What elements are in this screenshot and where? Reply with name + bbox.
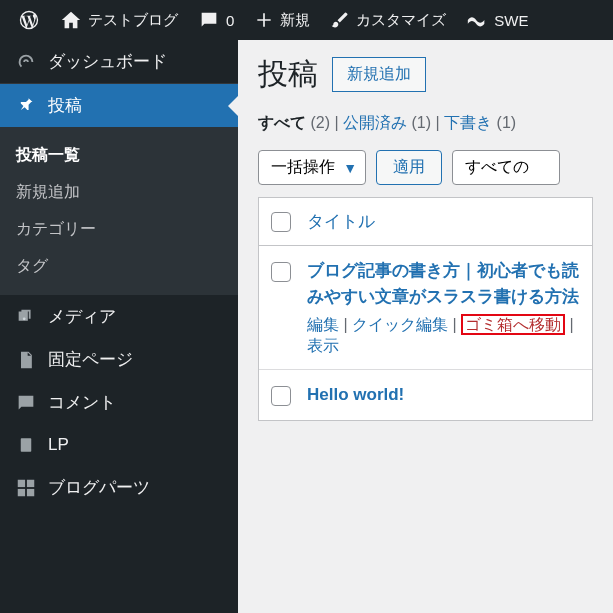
swe-link[interactable]: SWE xyxy=(456,0,538,40)
document-icon xyxy=(14,434,38,456)
row-checkbox[interactable] xyxy=(271,262,291,282)
submenu-categories[interactable]: カテゴリー xyxy=(0,211,238,248)
svg-rect-3 xyxy=(27,479,34,486)
pin-icon xyxy=(14,95,38,117)
wordpress-icon xyxy=(18,9,40,31)
page-title: 投稿 xyxy=(258,54,318,95)
filter-sep: | xyxy=(436,114,445,131)
media-icon xyxy=(14,306,38,328)
admin-bar: テストブログ 0 新規 カスタマイズ SWE xyxy=(0,0,613,40)
action-edit[interactable]: 編集 xyxy=(307,316,339,333)
filter-sep: | xyxy=(334,114,343,131)
table-row: Hello world! xyxy=(259,370,592,420)
status-filters: すべて (2) | 公開済み (1) | 下書き (1) xyxy=(258,113,593,134)
action-sep: | xyxy=(343,316,352,333)
menu-lp[interactable]: LP xyxy=(0,424,238,466)
swell-icon xyxy=(466,9,488,31)
home-icon xyxy=(60,9,82,31)
action-sep: | xyxy=(570,316,574,333)
swe-label: SWE xyxy=(494,12,528,29)
comments-link[interactable]: 0 xyxy=(188,0,244,40)
menu-media-label: メディア xyxy=(48,305,116,328)
submenu-add-new[interactable]: 新規追加 xyxy=(0,174,238,211)
filter-published[interactable]: 公開済み xyxy=(343,114,407,131)
bulk-action-select[interactable]: 一括操作 ▼ xyxy=(258,150,366,185)
brush-icon xyxy=(330,10,350,30)
row-actions: 編集 | クイック編集 | ゴミ箱へ移動 | 表示 xyxy=(307,315,580,357)
action-view[interactable]: 表示 xyxy=(307,337,339,354)
category-filter-value: すべての xyxy=(465,157,529,178)
menu-comments[interactable]: コメント xyxy=(0,381,238,424)
select-all-checkbox[interactable] xyxy=(271,212,291,232)
table-header: タイトル xyxy=(259,198,592,246)
comments-count: 0 xyxy=(226,12,234,29)
menu-pages[interactable]: 固定ページ xyxy=(0,338,238,381)
menu-comments-label: コメント xyxy=(48,391,116,414)
site-home-link[interactable]: テストブログ xyxy=(50,0,188,40)
admin-sidebar: ダッシュボード 投稿 投稿一覧 新規追加 カテゴリー タグ メディア 固定ページ… xyxy=(0,40,238,613)
svg-rect-5 xyxy=(27,488,34,495)
action-quick-edit[interactable]: クイック編集 xyxy=(352,316,448,333)
bulk-controls: 一括操作 ▼ 適用 すべての xyxy=(258,150,593,185)
svg-rect-4 xyxy=(18,488,25,495)
gauge-icon xyxy=(14,51,38,73)
grid-icon xyxy=(14,477,38,499)
chevron-down-icon: ▼ xyxy=(343,160,357,176)
filter-draft-count: (1) xyxy=(497,114,517,131)
filter-draft[interactable]: 下書き xyxy=(444,114,492,131)
menu-media[interactable]: メディア xyxy=(0,295,238,338)
svg-point-0 xyxy=(23,317,26,320)
site-name: テストブログ xyxy=(88,11,178,30)
comment-icon xyxy=(198,9,220,31)
filter-all-count: (2) xyxy=(310,114,330,131)
filter-all-label[interactable]: すべて xyxy=(258,114,306,131)
menu-posts[interactable]: 投稿 xyxy=(0,84,238,127)
action-sep: | xyxy=(453,316,462,333)
main-content: 投稿 新規追加 すべて (2) | 公開済み (1) | 下書き (1) 一括操… xyxy=(238,40,613,613)
post-title-link[interactable]: Hello world! xyxy=(307,385,404,404)
menu-posts-label: 投稿 xyxy=(48,94,82,117)
customize-label: カスタマイズ xyxy=(356,11,446,30)
customize-link[interactable]: カスタマイズ xyxy=(320,0,456,40)
wp-logo-menu[interactable] xyxy=(8,0,50,40)
row-checkbox[interactable] xyxy=(271,386,291,406)
menu-blog-parts[interactable]: ブログパーツ xyxy=(0,466,238,509)
apply-button[interactable]: 適用 xyxy=(376,150,442,185)
menu-blog-parts-label: ブログパーツ xyxy=(48,476,150,499)
page-icon xyxy=(14,349,38,371)
post-title-link[interactable]: ブログ記事の書き方｜初心者でも読みやすい文章がスラスラ書ける方法 xyxy=(307,261,579,306)
page-header: 投稿 新規追加 xyxy=(258,54,593,95)
action-trash[interactable]: ゴミ箱へ移動 xyxy=(461,314,565,335)
menu-dashboard[interactable]: ダッシュボード xyxy=(0,40,238,83)
category-filter-select[interactable]: すべての xyxy=(452,150,560,185)
table-row: ブログ記事の書き方｜初心者でも読みやすい文章がスラスラ書ける方法 編集 | クイ… xyxy=(259,246,592,370)
filter-published-count: (1) xyxy=(412,114,432,131)
add-new-button[interactable]: 新規追加 xyxy=(332,57,426,92)
posts-submenu: 投稿一覧 新規追加 カテゴリー タグ xyxy=(0,127,238,295)
bulk-action-value: 一括操作 xyxy=(271,157,335,178)
menu-dashboard-label: ダッシュボード xyxy=(48,50,167,73)
plus-icon xyxy=(254,10,274,30)
row-body: ブログ記事の書き方｜初心者でも読みやすい文章がスラスラ書ける方法 編集 | クイ… xyxy=(307,258,580,357)
menu-lp-label: LP xyxy=(48,435,69,455)
column-title[interactable]: タイトル xyxy=(307,210,375,233)
svg-rect-2 xyxy=(18,479,25,486)
new-content-link[interactable]: 新規 xyxy=(244,0,320,40)
svg-rect-1 xyxy=(21,438,32,452)
submenu-tags[interactable]: タグ xyxy=(0,248,238,285)
row-body: Hello world! xyxy=(307,382,580,408)
new-label: 新規 xyxy=(280,11,310,30)
menu-pages-label: 固定ページ xyxy=(48,348,133,371)
submenu-all-posts[interactable]: 投稿一覧 xyxy=(0,137,238,174)
posts-table: タイトル ブログ記事の書き方｜初心者でも読みやすい文章がスラスラ書ける方法 編集… xyxy=(258,197,593,421)
comment-icon xyxy=(14,392,38,414)
